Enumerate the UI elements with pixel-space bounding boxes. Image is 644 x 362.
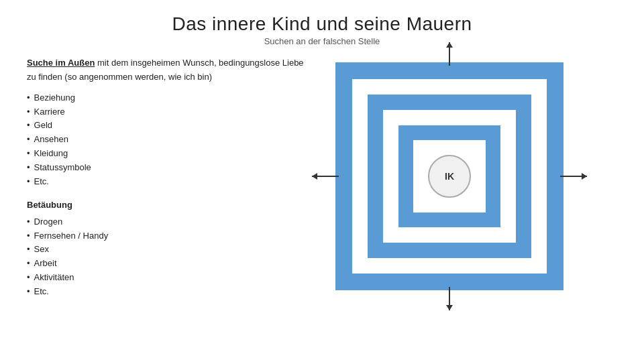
left-panel: Suche im Außen mit dem insgeheimen Wunsc… <box>27 56 309 308</box>
list-item: Sex <box>27 243 309 257</box>
list-item: Ansehen <box>27 133 309 147</box>
list-item: Kleidung <box>27 147 309 161</box>
list-item: Drogen <box>27 215 309 229</box>
list-item: Etc. <box>27 285 309 299</box>
list-item: Geld <box>27 119 309 133</box>
list-item: Statussymbole <box>27 161 309 175</box>
list-item: Fernsehen / Handy <box>27 229 309 243</box>
diagram: IK <box>335 62 564 290</box>
list-item: Arbeit <box>27 257 309 271</box>
arrow-left-icon <box>312 176 339 177</box>
content-area: Suche im Außen mit dem insgeheimen Wunsc… <box>27 56 617 308</box>
list-item: Beziehung <box>27 91 309 105</box>
ik-label: IK <box>445 171 454 182</box>
list1: BeziehungKarriereGeldAnsehenKleidungStat… <box>27 91 309 189</box>
list-item: Aktivitäten <box>27 271 309 285</box>
page: Das innere Kind und seine Mauern Suchen … <box>0 0 644 362</box>
intro-text: Suche im Außen mit dem insgeheimen Wunsc… <box>27 56 309 84</box>
header: Das innere Kind und seine Mauern Suchen … <box>27 13 617 46</box>
page-title: Das innere Kind und seine Mauern <box>27 13 617 35</box>
list-item: Karriere <box>27 105 309 119</box>
arrow-bottom-icon <box>449 287 450 310</box>
section2-title: Betäubung <box>27 198 309 212</box>
arrow-right-icon <box>560 176 587 177</box>
page-subtitle: Suchen an der falschen Stelle <box>27 36 617 46</box>
right-panel: IK <box>322 49 577 304</box>
ik-circle: IK <box>428 155 471 198</box>
arrow-top-icon <box>449 42 450 66</box>
list-item: Etc. <box>27 175 309 189</box>
list2: DrogenFernsehen / HandySexArbeitAktivitä… <box>27 215 309 299</box>
intro-underline: Suche im Außen <box>27 58 95 68</box>
